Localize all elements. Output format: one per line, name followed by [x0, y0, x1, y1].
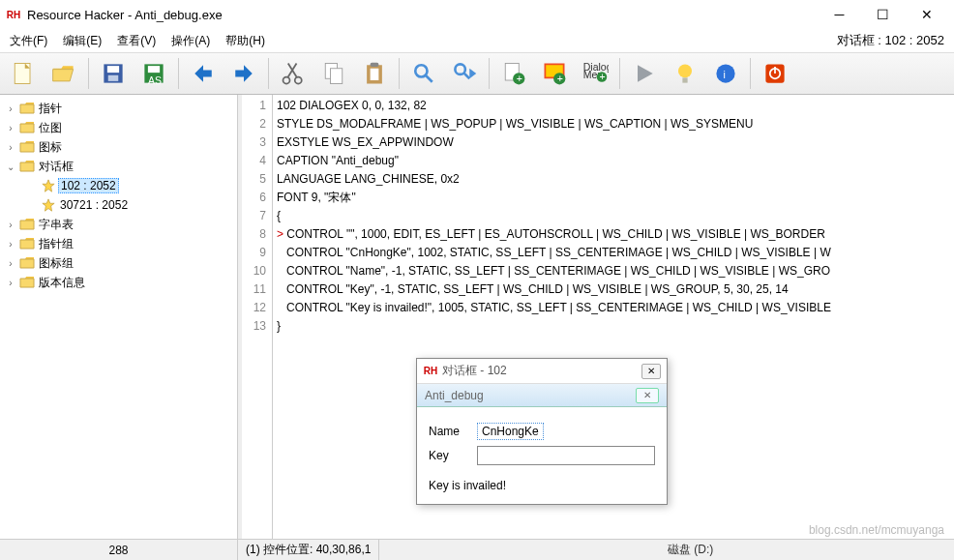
expand-icon[interactable]: › [4, 103, 17, 114]
toolbar-separator [268, 58, 269, 89]
toolbar-separator [750, 58, 751, 89]
resource-tree[interactable]: ›指针›位图›图标⌄对话框102 : 205230721 : 2052›字串表›… [0, 95, 238, 539]
footer-extra: 磁盘 (D:) [668, 542, 713, 558]
code-line[interactable]: CONTROL "Key", -1, STATIC, SS_LEFT | WS_… [277, 280, 950, 299]
status-right: (1) 控件位置: 40,30,86,1 [238, 540, 379, 560]
code-line[interactable]: CONTROL "Name", -1, STATIC, SS_LEFT | SS… [277, 262, 950, 280]
paste-button[interactable] [355, 55, 394, 92]
preview-dialog-caption[interactable]: Anti_debug ✕ [417, 384, 667, 407]
svg-marker-23 [469, 69, 476, 79]
h-scrollbar[interactable] [273, 522, 954, 539]
svg-point-38 [716, 64, 734, 82]
window-titlebar: RH Resource Hacker - Anti_debug.exe ─ ☐ … [0, 0, 954, 29]
tree-item-label: 图标组 [37, 255, 75, 272]
replace-resource-button[interactable]: + [535, 55, 574, 92]
expand-icon[interactable]: ⌄ [4, 162, 17, 172]
expand-icon[interactable]: › [4, 278, 17, 288]
expand-icon[interactable]: › [4, 220, 17, 230]
compile-button[interactable] [625, 55, 664, 92]
menubar: 文件(F) 编辑(E) 查看(V) 操作(A) 帮助(H) 对话框 : 102 … [0, 29, 954, 52]
menu-help[interactable]: 帮助(H) [218, 31, 273, 51]
key-input[interactable] [477, 446, 655, 465]
code-line[interactable]: LANGUAGE LANG_CHINESE, 0x2 [277, 170, 950, 189]
tree-item-label: 指针组 [37, 236, 75, 252]
line-gutter: 12345678910111213 [242, 95, 273, 539]
svg-marker-43 [43, 180, 54, 192]
code-line[interactable]: FONT 9, "宋体" [277, 189, 950, 207]
tree-item[interactable]: ›字串表 [2, 215, 235, 234]
folder-icon [19, 236, 35, 251]
preview-body: Name CnHongKe Key Key is invailed! [417, 407, 667, 504]
preview-frame-close-button[interactable]: ✕ [641, 364, 661, 379]
menu-view[interactable]: 查看(V) [109, 31, 164, 51]
save-button[interactable] [94, 55, 133, 92]
svg-marker-35 [638, 65, 653, 82]
tree-item-label: 指针 [37, 101, 64, 117]
message-static: Key is invailed! [429, 479, 655, 492]
code-line[interactable]: CAPTION "Anti_debug" [277, 152, 950, 170]
tree-item-label: 102 : 2052 [58, 178, 119, 193]
name-label: Name [429, 425, 477, 438]
folder-icon [19, 159, 35, 174]
menu-action[interactable]: 操作(A) [164, 31, 218, 51]
folder-icon [19, 120, 35, 135]
window-title: Resource Hacker - Anti_debug.exe [27, 8, 818, 22]
tree-item[interactable]: ⌄对话框 [2, 157, 235, 176]
expand-icon[interactable]: › [4, 258, 17, 269]
svg-line-22 [463, 73, 469, 78]
info-button[interactable]: i [706, 55, 745, 92]
tree-item[interactable]: ›指针组 [2, 234, 235, 253]
add-resource-button[interactable]: + [494, 55, 533, 92]
copy-button[interactable] [314, 55, 353, 92]
open-button[interactable] [45, 55, 83, 92]
tree-item[interactable]: ›位图 [2, 118, 235, 137]
svg-line-20 [426, 75, 432, 82]
tree-item-label: 位图 [37, 120, 64, 136]
expand-icon[interactable]: › [4, 239, 17, 250]
tree-item[interactable]: ›指针 [2, 99, 235, 118]
folder-icon [19, 255, 35, 271]
preview-frame-titlebar[interactable]: RH 对话框 - 102 ✕ [417, 359, 667, 384]
star-icon [41, 178, 56, 193]
bulb-button[interactable] [666, 55, 704, 92]
dialog-preview-window[interactable]: RH 对话框 - 102 ✕ Anti_debug ✕ Name CnHongK… [416, 358, 668, 505]
svg-text:+: + [599, 71, 605, 82]
minimize-button[interactable]: ─ [818, 0, 861, 29]
stop-button[interactable] [756, 55, 794, 92]
cut-button[interactable] [274, 55, 313, 92]
svg-rect-37 [682, 77, 687, 82]
expand-icon[interactable]: › [4, 142, 17, 153]
undo-button[interactable] [184, 55, 223, 92]
new-button[interactable] [4, 55, 43, 92]
redo-button[interactable] [224, 55, 263, 92]
find-button[interactable] [404, 55, 443, 92]
code-line[interactable]: 102 DIALOGEX 0, 0, 132, 82 [277, 97, 950, 115]
maximize-button[interactable]: ☐ [861, 0, 905, 29]
tree-item-label: 字串表 [37, 217, 75, 233]
svg-point-36 [678, 64, 692, 77]
tree-item-label: 图标 [37, 139, 64, 156]
svg-marker-8 [194, 65, 212, 82]
dialog-merge-button[interactable]: DialogMer+ [576, 55, 614, 92]
code-line[interactable]: { [277, 207, 950, 225]
expand-icon[interactable]: › [4, 123, 17, 133]
tree-item[interactable]: 102 : 2052 [2, 176, 235, 195]
code-line[interactable]: STYLE DS_MODALFRAME | WS_POPUP | WS_VISI… [277, 115, 950, 133]
code-line[interactable]: CONTROL "Key is invailed!", 1005, STATIC… [277, 299, 950, 317]
tree-item[interactable]: ›版本信息 [2, 273, 235, 292]
menu-edit[interactable]: 编辑(E) [55, 31, 109, 51]
tree-item[interactable]: ›图标 [2, 137, 235, 157]
save-as-button[interactable]: AS [134, 55, 173, 92]
code-line[interactable]: > CONTROL "", 1000, EDIT, ES_LEFT | ES_A… [277, 225, 950, 244]
tree-item[interactable]: ›图标组 [2, 253, 235, 273]
code-line[interactable]: } [277, 317, 950, 336]
svg-point-19 [415, 65, 427, 76]
find-next-button[interactable] [445, 55, 484, 92]
menu-file[interactable]: 文件(F) [2, 31, 55, 51]
tree-item[interactable]: 30721 : 2052 [2, 195, 235, 215]
code-line[interactable]: CONTROL "CnHongKe", 1002, STATIC, SS_LEF… [277, 244, 950, 262]
code-line[interactable]: EXSTYLE WS_EX_APPWINDOW [277, 133, 950, 152]
close-button[interactable]: ✕ [905, 0, 948, 29]
svg-rect-18 [371, 63, 379, 67]
preview-dialog-close-button[interactable]: ✕ [636, 388, 659, 403]
